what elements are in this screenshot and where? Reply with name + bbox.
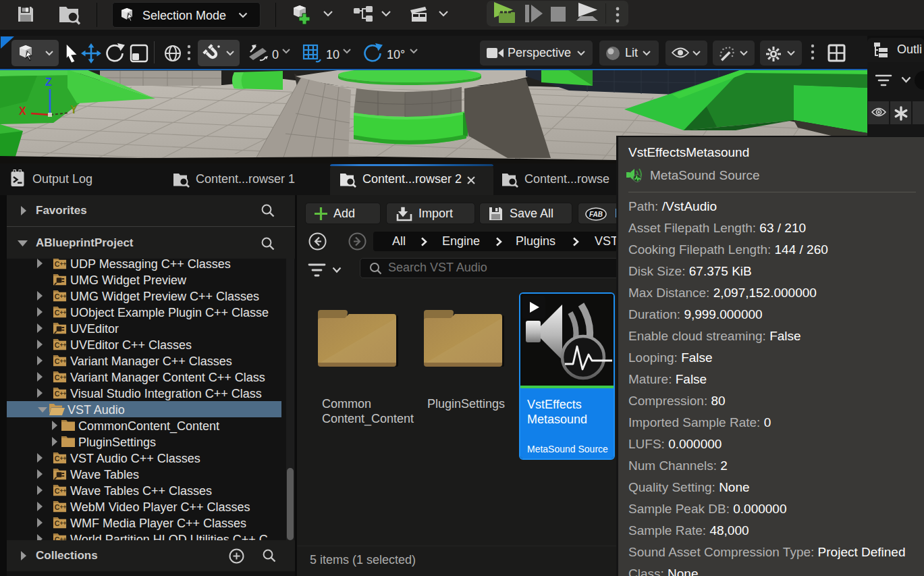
svg-text:++: ++: [60, 309, 67, 316]
svg-text:X: X: [19, 105, 26, 117]
svg-text:++: ++: [60, 342, 67, 348]
svg-text:++: ++: [60, 293, 67, 300]
svg-text:++: ++: [60, 390, 67, 397]
svg-text:Z: Z: [45, 76, 52, 88]
svg-text:Y: Y: [70, 104, 78, 115]
svg-text:++: ++: [60, 488, 67, 494]
svg-text:FAB: FAB: [589, 211, 603, 218]
svg-text:++: ++: [60, 358, 67, 365]
svg-text:++: ++: [60, 261, 67, 267]
svg-text:++: ++: [60, 455, 67, 462]
svg-text:++: ++: [60, 504, 67, 510]
svg-text:++: ++: [60, 520, 67, 527]
svg-text:++: ++: [60, 374, 67, 381]
